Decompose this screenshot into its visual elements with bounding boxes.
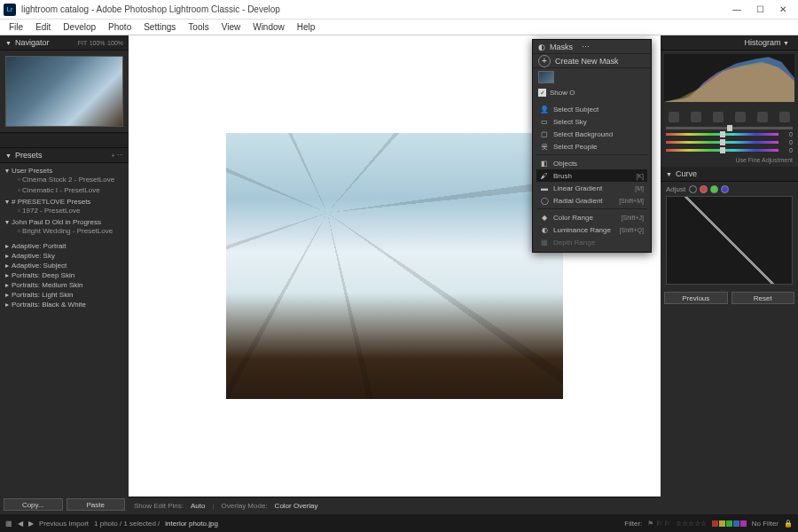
- mask-select-sky[interactable]: ▭Select Sky: [536, 115, 647, 128]
- gradient-tool-icon[interactable]: [757, 112, 768, 122]
- curve-channel-green[interactable]: [710, 185, 718, 193]
- fine-adjust-toggle[interactable]: Use Fine Adjustment: [666, 155, 793, 163]
- show-edit-pins-label: Show Edit Pins:: [134, 502, 184, 510]
- mask-objects[interactable]: ◧Objects: [536, 157, 647, 169]
- mask-select-people[interactable]: 웃Select People: [536, 140, 647, 153]
- color-labels[interactable]: [712, 520, 747, 527]
- mask-select-subject[interactable]: 👤Select Subject: [536, 103, 647, 115]
- mask-brush[interactable]: 🖌Brush[K]: [536, 169, 647, 182]
- preset-item[interactable]: ▸ Portraits: Deep Skin: [5, 271, 123, 279]
- preset-item[interactable]: ▫ Cinematic I - PresetLove: [5, 185, 123, 196]
- histogram-body: [661, 51, 798, 106]
- paste-button[interactable]: Paste: [66, 498, 126, 511]
- preset-item[interactable]: ▸ Adaptive: Subject: [5, 262, 123, 270]
- menu-file[interactable]: File: [4, 22, 28, 32]
- nav-fwd-icon[interactable]: ▶: [28, 520, 34, 528]
- previous-button[interactable]: Previous: [664, 292, 728, 304]
- selection-count: 1 photo / 1 selected /: [94, 520, 160, 528]
- preset-group[interactable]: ▾ User Presets: [5, 167, 123, 175]
- nav-back-icon[interactable]: ◀: [18, 520, 23, 528]
- copy-button[interactable]: Copy...: [4, 498, 63, 511]
- filename: interior photo.jpg: [165, 520, 218, 528]
- mask-depth-range: ▦Depth Range: [536, 236, 647, 248]
- heal-tool-icon[interactable]: [691, 112, 701, 122]
- filmstrip-header: ▦ ◀ ▶ Previous Import 1 photo / 1 select…: [0, 514, 798, 532]
- grid-icon[interactable]: ▦: [5, 520, 12, 528]
- create-mask-icon[interactable]: +: [538, 55, 551, 67]
- preset-item[interactable]: ▫ Cinema Stock 2 - PresetLove: [5, 175, 123, 185]
- show-overlay-checkbox[interactable]: ✓: [538, 89, 546, 97]
- brush-tool-icon[interactable]: [779, 112, 790, 122]
- close-button[interactable]: ✕: [771, 1, 794, 19]
- presets-header[interactable]: ▼ Presets + ⋯: [0, 148, 129, 163]
- preset-item[interactable]: ▸ Portraits: Black & White: [5, 301, 123, 309]
- mask-tool-icon[interactable]: [713, 112, 724, 122]
- overlay-mode-value[interactable]: Color Overlay: [275, 502, 318, 510]
- masks-title: Masks: [550, 43, 573, 51]
- tone-curve[interactable]: [666, 196, 793, 285]
- preset-item[interactable]: ▫ Bright Wedding - PresetLove: [5, 226, 123, 237]
- tool-strip: [666, 109, 793, 125]
- menu-edit[interactable]: Edit: [30, 22, 56, 32]
- presets-body: ▾ User Presets ▫ Cinema Stock 2 - Preset…: [0, 163, 129, 495]
- menu-photo[interactable]: Photo: [103, 22, 137, 32]
- curve-header[interactable]: ▼Curve: [661, 167, 798, 182]
- preset-group[interactable]: ▾ John Paul D Old in Progress: [5, 218, 123, 226]
- mask-luminance-range[interactable]: ◐Luminance Range[Shift+Q]: [536, 223, 647, 236]
- menu-view[interactable]: View: [216, 22, 246, 32]
- filter-preset[interactable]: No Filter: [752, 520, 778, 528]
- overlay-mode-label: Overlay Mode:: [222, 502, 268, 510]
- navigator-header[interactable]: ▼ Navigator FIT 100% 100%: [0, 35, 129, 51]
- preset-item[interactable]: ▸ Adaptive: Sky: [5, 252, 123, 260]
- menu-settings[interactable]: Settings: [138, 22, 181, 32]
- minimize-button[interactable]: —: [725, 1, 748, 19]
- photo: [226, 133, 563, 399]
- hue-slider[interactable]: [666, 149, 778, 152]
- hue-slider[interactable]: [666, 133, 778, 136]
- curve-channel-all[interactable]: [689, 185, 697, 193]
- show-overlay-label: Show O: [550, 89, 575, 97]
- menubar: File Edit Develop Photo Settings Tools V…: [0, 20, 798, 35]
- crop-tool-icon[interactable]: [669, 112, 679, 122]
- mask-linear-gradient[interactable]: ▬Linear Gradient[M]: [536, 182, 647, 194]
- histogram-header[interactable]: Histogram ▼: [661, 35, 798, 51]
- hue-slider[interactable]: [666, 141, 778, 144]
- maximize-button[interactable]: ☐: [748, 1, 771, 19]
- navigator-thumbnail[interactable]: [0, 51, 129, 132]
- masks-menu-icon[interactable]: ⋯: [582, 43, 590, 51]
- curve-adjust-label: Adjust: [666, 185, 685, 193]
- filter-label: Filter:: [624, 520, 642, 528]
- develop-toolbar: Show Edit Pins: Auto | Overlay Mode: Col…: [129, 497, 661, 514]
- filter-lock-icon[interactable]: 🔒: [784, 520, 793, 528]
- preset-item[interactable]: ▸ Adaptive: Portrait: [5, 242, 123, 250]
- mask-icon: ◐: [538, 43, 545, 51]
- mask-thumb[interactable]: [538, 71, 554, 83]
- menu-window[interactable]: Window: [247, 22, 290, 32]
- menu-tools[interactable]: Tools: [183, 22, 214, 32]
- preset-item[interactable]: ▸ Portraits: Light Skin: [5, 291, 123, 299]
- window-title: lightroom catalog - Adobe Photoshop Ligh…: [21, 4, 280, 14]
- slider[interactable]: [666, 127, 793, 129]
- preset-item[interactable]: ▫ 1972 - PresetLove: [5, 206, 123, 216]
- create-mask-label[interactable]: Create New Mask: [555, 57, 619, 66]
- curve-channel-red[interactable]: [700, 185, 708, 193]
- mask-radial-gradient[interactable]: ◯Radial Gradient[Shift+M]: [536, 194, 647, 207]
- preset-item[interactable]: ▸ Portraits: Medium Skin: [5, 281, 123, 289]
- preset-group[interactable]: ▾ # PRESETLOVE Presets: [5, 198, 123, 206]
- masks-panel: ◐ Masks ⋯ + Create New Mask ✓ Show O 👤Se…: [532, 39, 652, 253]
- flag-filters[interactable]: ⚑ ⚐ ⚐: [647, 520, 669, 528]
- redeye-tool-icon[interactable]: [735, 112, 746, 122]
- menu-develop[interactable]: Develop: [58, 22, 101, 32]
- mask-select-background[interactable]: ▢Select Background: [536, 128, 647, 140]
- reset-button[interactable]: Reset: [732, 292, 795, 304]
- mask-color-range[interactable]: ◆Color Range[Shift+J]: [536, 211, 647, 223]
- prev-import-label[interactable]: Previous Import: [39, 520, 89, 528]
- curve-channel-blue[interactable]: [721, 185, 729, 193]
- menu-help[interactable]: Help: [292, 22, 321, 32]
- rating-filter[interactable]: ☆☆☆☆☆: [676, 520, 707, 528]
- show-edit-pins-value[interactable]: Auto: [191, 502, 205, 510]
- app-icon: Lr: [4, 4, 16, 16]
